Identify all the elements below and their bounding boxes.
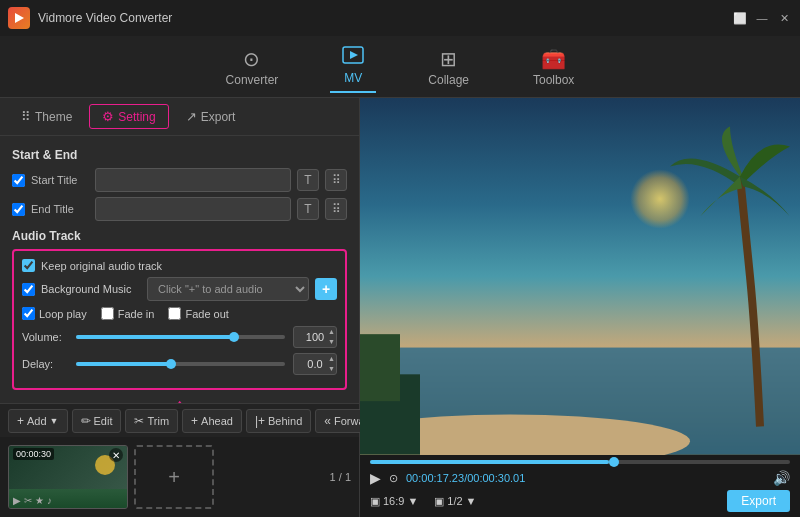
progress-bar[interactable] bbox=[370, 460, 790, 464]
tab-collage[interactable]: ⊞ Collage bbox=[416, 41, 481, 93]
aspect-ratio-chevron: ▼ bbox=[407, 495, 418, 507]
bg-music-checkbox[interactable] bbox=[22, 283, 35, 296]
tab-toolbox[interactable]: 🧰 Toolbox bbox=[521, 41, 586, 93]
clip-timeline: 00:00:30 ✕ ▶ ✂ ★ ♪ + 1 / 1 bbox=[0, 437, 359, 517]
panel-content: Start & End Start Title Way to Add Music… bbox=[0, 136, 359, 403]
add-audio-button[interactable]: + bbox=[315, 278, 337, 300]
clip-audio-icon[interactable]: ♪ bbox=[47, 495, 52, 506]
volume-up-btn[interactable]: ▲ bbox=[328, 327, 335, 337]
volume-button[interactable]: 🔊 bbox=[773, 470, 790, 486]
keep-original-label: Keep original audio track bbox=[41, 260, 162, 272]
add-dropdown-icon: ▼ bbox=[50, 416, 59, 426]
app-logo bbox=[8, 7, 30, 29]
clip-cut-icon[interactable]: ✂ bbox=[24, 495, 32, 506]
behind-icon: |+ bbox=[255, 414, 265, 428]
export-button[interactable]: Export bbox=[727, 490, 790, 512]
subtab-setting[interactable]: ⚙ Setting bbox=[89, 104, 168, 129]
subtab-theme[interactable]: ⠿ Theme bbox=[8, 104, 85, 129]
tab-mv[interactable]: MV bbox=[330, 40, 376, 93]
delay-slider-track[interactable] bbox=[76, 362, 285, 366]
aspect-ratio-value: 16:9 bbox=[383, 495, 404, 507]
clip-item: 00:00:30 ✕ ▶ ✂ ★ ♪ bbox=[8, 445, 128, 509]
controls-row2: ▣ 16:9 ▼ ▣ 1/2 ▼ Export bbox=[370, 490, 790, 512]
end-title-grid-icon[interactable]: ⠿ bbox=[325, 198, 347, 220]
add-clip-button[interactable]: + bbox=[134, 445, 214, 509]
end-title-input[interactable]: Way to Add Music to Video for Instagram bbox=[95, 197, 291, 221]
start-title-input[interactable]: Way to Add Music to Video for Instagram bbox=[95, 168, 291, 192]
fade-out-checkbox[interactable] bbox=[168, 307, 181, 320]
fade-in-label[interactable]: Fade in bbox=[101, 307, 155, 320]
stop-button[interactable]: ⊙ bbox=[389, 472, 398, 485]
keep-original-checkbox[interactable] bbox=[22, 259, 35, 272]
total-time: 00:00:30.01 bbox=[467, 472, 525, 484]
audio-options-row: Loop play Fade in Fade out bbox=[22, 307, 337, 320]
tab-collage-label: Collage bbox=[428, 73, 469, 87]
sub-tabs: ⠿ Theme ⚙ Setting ↗ Export bbox=[0, 98, 359, 136]
converter-icon: ⊙ bbox=[243, 47, 260, 71]
delay-label: Delay: bbox=[22, 358, 68, 370]
start-title-grid-icon[interactable]: ⠿ bbox=[325, 169, 347, 191]
video-background bbox=[360, 98, 800, 455]
collage-icon: ⊞ bbox=[440, 47, 457, 71]
bg-music-select[interactable]: Click "+" to add audio bbox=[147, 277, 309, 301]
progress-fill bbox=[370, 460, 609, 464]
svg-marker-2 bbox=[350, 51, 358, 59]
edit-button[interactable]: ✏ Edit bbox=[72, 409, 122, 433]
volume-value-box: 100 ▲ ▼ bbox=[293, 326, 337, 348]
video-controls: ▶ ⊙ 00:00:17.23/00:00:30.01 🔊 ▣ 16:9 ▼ ▣… bbox=[360, 455, 800, 517]
forward-icon: « bbox=[324, 414, 331, 428]
loop-play-checkbox[interactable] bbox=[22, 307, 35, 320]
loop-play-label[interactable]: Loop play bbox=[22, 307, 87, 320]
subtab-export-label: Export bbox=[201, 110, 236, 124]
add-icon: + bbox=[17, 414, 24, 428]
trim-button[interactable]: ✂ Trim bbox=[125, 409, 178, 433]
delay-spinner: ▲ ▼ bbox=[328, 354, 335, 374]
add-button[interactable]: + Add ▼ bbox=[8, 409, 68, 433]
start-title-text-icon[interactable]: T bbox=[297, 169, 319, 191]
volume-row: Volume: 100 ▲ ▼ bbox=[22, 326, 337, 348]
maximize-button[interactable]: — bbox=[754, 10, 770, 26]
subtab-export[interactable]: ↗ Export bbox=[173, 104, 249, 129]
svg-rect-6 bbox=[360, 335, 400, 402]
start-title-checkbox[interactable] bbox=[12, 174, 25, 187]
volume-slider-track[interactable] bbox=[76, 335, 285, 339]
close-button[interactable]: ✕ bbox=[776, 10, 792, 26]
clip-duration: 00:00:30 bbox=[13, 448, 54, 460]
volume-slider-thumb[interactable] bbox=[229, 332, 239, 342]
ahead-button[interactable]: + Ahead bbox=[182, 409, 242, 433]
export-arrow-icon: ↗ bbox=[186, 109, 197, 124]
minimize-button[interactable]: ⬜ bbox=[732, 10, 748, 26]
app-title: Vidmore Video Converter bbox=[38, 11, 732, 25]
volume-down-btn[interactable]: ▼ bbox=[328, 337, 335, 347]
fade-in-checkbox[interactable] bbox=[101, 307, 114, 320]
end-title-checkbox[interactable] bbox=[12, 203, 25, 216]
audio-track-box: Keep original audio track Background Mus… bbox=[12, 249, 347, 390]
start-title-row: Start Title Way to Add Music to Video fo… bbox=[12, 168, 347, 192]
theme-grid-icon: ⠿ bbox=[21, 109, 31, 124]
behind-button[interactable]: |+ Behind bbox=[246, 409, 311, 433]
play-button[interactable]: ▶ bbox=[370, 470, 381, 486]
progress-thumb[interactable] bbox=[609, 457, 619, 467]
aspect-ratio-select[interactable]: ▣ 16:9 ▼ bbox=[370, 495, 418, 508]
end-title-text-icon[interactable]: T bbox=[297, 198, 319, 220]
delay-value-box: 0.0 ▲ ▼ bbox=[293, 353, 337, 375]
keep-original-row: Keep original audio track bbox=[22, 259, 337, 272]
page-select[interactable]: ▣ 1/2 ▼ bbox=[434, 495, 476, 508]
volume-value: 100 bbox=[306, 331, 324, 343]
delay-up-btn[interactable]: ▲ bbox=[328, 354, 335, 364]
delay-down-btn[interactable]: ▼ bbox=[328, 364, 335, 374]
fade-out-label[interactable]: Fade out bbox=[168, 307, 228, 320]
current-time: 00:00:17.23 bbox=[406, 472, 464, 484]
tab-converter[interactable]: ⊙ Converter bbox=[214, 41, 291, 93]
clip-play-icon[interactable]: ▶ bbox=[13, 495, 21, 506]
aspect-ratio-icon: ▣ bbox=[370, 495, 380, 508]
clip-star-icon[interactable]: ★ bbox=[35, 495, 44, 506]
right-panel: ▶ ⊙ 00:00:17.23/00:00:30.01 🔊 ▣ 16:9 ▼ ▣… bbox=[360, 98, 800, 517]
trim-label: Trim bbox=[147, 415, 169, 427]
ahead-label: Ahead bbox=[201, 415, 233, 427]
svg-marker-0 bbox=[15, 13, 24, 23]
clip-close-button[interactable]: ✕ bbox=[109, 448, 123, 462]
delay-slider-thumb[interactable] bbox=[166, 359, 176, 369]
controls-row: ▶ ⊙ 00:00:17.23/00:00:30.01 🔊 bbox=[370, 470, 790, 486]
arrow-up-icon: ↑ bbox=[175, 394, 185, 403]
